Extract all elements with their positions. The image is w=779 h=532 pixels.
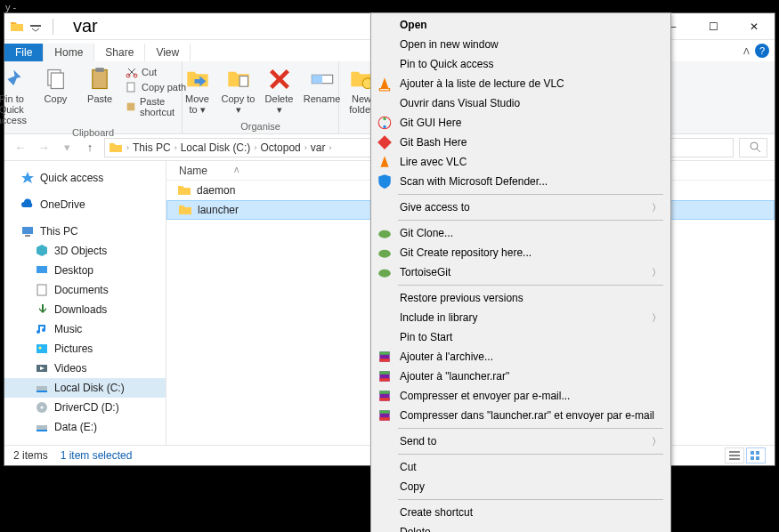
delete-button[interactable]: Delete ▾	[261, 65, 298, 117]
tree-quick-access[interactable]: Quick access	[4, 168, 166, 188]
ctx-label: Ajouter à la liste de lecture de VLC	[400, 77, 564, 90]
nav-recent-dropdown[interactable]: ▾	[58, 139, 76, 157]
ctx-create-shortcut[interactable]: Create shortcut	[373, 503, 669, 522]
tree-pictures[interactable]: Pictures	[4, 339, 166, 359]
git-icon	[377, 115, 393, 131]
search-box[interactable]	[739, 138, 767, 157]
close-button[interactable]: ✕	[734, 13, 775, 40]
tree-label: Videos	[54, 362, 86, 375]
ctx-copy[interactable]: Copy	[373, 477, 669, 496]
svg-rect-27	[729, 451, 740, 453]
disc-icon	[35, 400, 49, 415]
tree-documents[interactable]: Documents	[4, 280, 166, 300]
svg-rect-29	[729, 458, 740, 460]
svg-rect-2	[52, 73, 64, 89]
tree-desktop[interactable]: Desktop	[4, 261, 166, 280]
maximize-button[interactable]: ☐	[693, 13, 734, 40]
vlc-icon	[377, 76, 393, 92]
tab-share[interactable]: Share	[94, 44, 145, 61]
ctx-git-bash[interactable]: Git Bash Here	[373, 133, 669, 152]
tab-home[interactable]: Home	[44, 44, 94, 61]
rename-label: Rename	[304, 93, 341, 104]
svg-rect-31	[756, 451, 759, 455]
move-to-button[interactable]: Move to ▾	[179, 65, 216, 117]
ctx-label: Ouvrir dans Visual Studio	[400, 97, 520, 109]
ctx-label: Delete	[400, 526, 431, 532]
tree-videos[interactable]: Videos	[4, 359, 166, 378]
tortoise-icon	[377, 264, 393, 280]
ctx-rar-compress-mail-named[interactable]: Compresser dans "launcher.rar" et envoye…	[373, 406, 669, 425]
tab-view[interactable]: View	[145, 44, 191, 61]
ctx-pin-quick-access[interactable]: Pin to Quick access	[373, 54, 669, 74]
ctx-pin-start[interactable]: Pin to Start	[373, 327, 669, 347]
ctx-cut[interactable]: Cut	[373, 457, 669, 477]
paste-button[interactable]: Paste	[79, 65, 120, 106]
ctx-rar-add-named[interactable]: Ajouter à "launcher.rar"	[373, 367, 669, 386]
tree-data-e[interactable]: Data (E:)	[4, 417, 166, 437]
ctx-git-clone[interactable]: Git Clone...	[373, 223, 669, 243]
tree-label: 3D Objects	[54, 245, 107, 257]
svg-rect-33	[756, 456, 759, 460]
svg-rect-14	[22, 227, 33, 234]
ctx-git-create-repo[interactable]: Git Create repository here...	[373, 243, 669, 262]
svg-point-39	[378, 250, 391, 258]
tree-disk-c[interactable]: Local Disk (C:)	[4, 378, 166, 398]
tree-onedrive[interactable]: OneDrive	[4, 195, 166, 214]
ctx-label: Include in library	[400, 311, 477, 324]
svg-point-13	[751, 142, 758, 149]
tree-label: Desktop	[54, 264, 93, 277]
column-name-label: Name	[179, 165, 207, 177]
crumb-var[interactable]: var	[311, 141, 326, 154]
ctx-label: Lire avec VLC	[400, 156, 467, 168]
nav-back-button[interactable]: ←	[12, 139, 29, 157]
tree-this-pc[interactable]: This PC	[4, 222, 166, 241]
ribbon-collapse-icon[interactable]: ᐱ	[743, 46, 750, 56]
sort-indicator-icon: ᐱ	[234, 166, 239, 174]
ctx-include-library[interactable]: Include in library〉	[373, 308, 669, 327]
nav-forward-button[interactable]: →	[35, 139, 53, 157]
svg-rect-34	[379, 89, 389, 91]
ctx-open-visual-studio[interactable]: Ouvrir dans Visual Studio	[373, 93, 669, 113]
tree-downloads[interactable]: Downloads	[4, 300, 166, 319]
ctx-give-access-to[interactable]: Give access to〉	[373, 197, 669, 217]
crumb-disk-c[interactable]: Local Disk (C:)	[181, 141, 251, 154]
ctx-open-new-window[interactable]: Open in new window	[373, 35, 669, 54]
download-icon	[35, 302, 49, 317]
tree-3d-objects[interactable]: 3D Objects	[4, 241, 166, 261]
pin-quick-access-button[interactable]: Pin to Quick access	[0, 65, 32, 127]
view-icons-button[interactable]	[746, 447, 766, 463]
ctx-restore-previous[interactable]: Restore previous versions	[373, 288, 669, 308]
rename-button[interactable]: Rename	[302, 65, 343, 106]
svg-rect-28	[729, 455, 740, 456]
ctx-vlc-play[interactable]: Lire avec VLC	[373, 152, 669, 172]
view-details-button[interactable]	[725, 447, 744, 463]
ctx-git-gui[interactable]: Git GUI Here	[373, 113, 669, 133]
ctx-label: Git Clone...	[400, 227, 453, 239]
ctx-label: Open in new window	[400, 38, 499, 51]
crumb-octopod[interactable]: Octopod	[260, 141, 300, 154]
ctx-label: Scan with Microsoft Defender...	[400, 175, 548, 188]
crumb-this-pc[interactable]: This PC	[133, 141, 171, 154]
tab-file[interactable]: File	[4, 44, 44, 61]
svg-rect-51	[379, 410, 389, 413]
tree-driver-d[interactable]: DriverCD (D:)	[4, 398, 166, 417]
svg-rect-52	[379, 417, 389, 420]
ctx-open[interactable]: Open	[373, 15, 669, 35]
qat-dropdown-icon[interactable]	[29, 20, 42, 33]
ctx-rar-compress-mail[interactable]: Compresser et envoyer par e-mail...	[373, 386, 669, 406]
cube-icon	[35, 244, 49, 258]
tree-music[interactable]: Music	[4, 319, 166, 339]
search-icon	[750, 141, 761, 153]
ctx-delete[interactable]: Delete	[373, 522, 669, 532]
ctx-defender-scan[interactable]: Scan with Microsoft Defender...	[373, 172, 669, 191]
copy-to-button[interactable]: Copy to ▾	[220, 65, 257, 117]
ctx-send-to[interactable]: Send to〉	[373, 431, 669, 451]
nav-up-button[interactable]: ↑	[81, 139, 99, 157]
help-icon[interactable]: ?	[755, 44, 769, 58]
nav-tree: Quick access OneDrive This PC 3D Objects…	[4, 161, 166, 446]
delete-label: Delete ▾	[263, 93, 296, 116]
ctx-tortoise-git[interactable]: TortoiseGit〉	[373, 262, 669, 282]
ctx-rar-add-archive[interactable]: Ajouter à l'archive...	[373, 347, 669, 367]
copy-button[interactable]: Copy	[36, 65, 77, 106]
ctx-vlc-add-playlist[interactable]: Ajouter à la liste de lecture de VLC	[373, 74, 669, 93]
